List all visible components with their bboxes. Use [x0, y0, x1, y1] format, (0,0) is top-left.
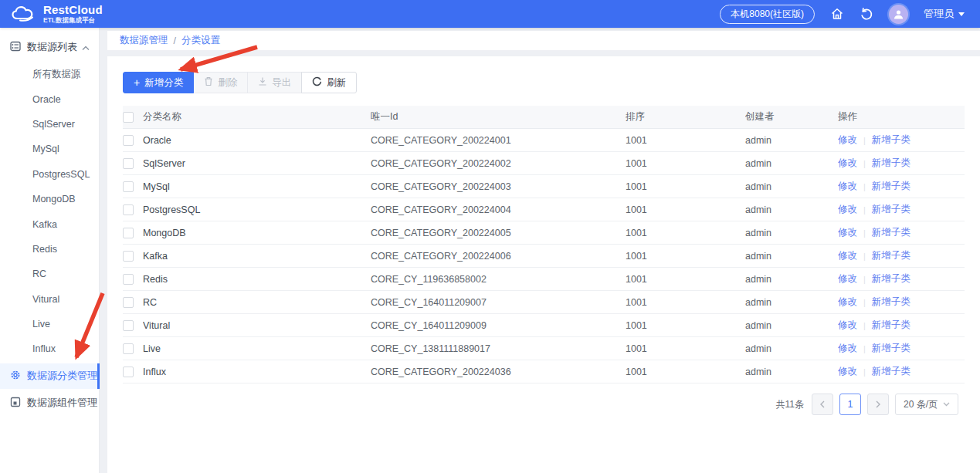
- row-checkbox[interactable]: [123, 181, 134, 192]
- cell-name: Influx: [143, 367, 371, 377]
- edit-link[interactable]: 修改: [838, 365, 857, 378]
- sidebar-item-redis[interactable]: Redis: [0, 237, 99, 262]
- add-child-link[interactable]: 新增子类: [872, 319, 910, 332]
- env-badge[interactable]: 本机8080(社区版): [720, 5, 815, 24]
- cell-creator: admin: [745, 274, 838, 285]
- cell-name: PostgresSQL: [143, 204, 371, 215]
- add-child-link[interactable]: 新增子类: [872, 342, 910, 355]
- undo-icon[interactable]: [860, 7, 873, 21]
- add-child-link[interactable]: 新增子类: [872, 365, 910, 378]
- sidebar-item-live[interactable]: Live: [0, 312, 99, 336]
- sidebar-item-label: 数据源组件管理: [27, 396, 97, 410]
- sidebar-item-rc[interactable]: RC: [0, 262, 99, 286]
- table-header-row: 分类名称 唯一Id 排序 创建者 操作: [123, 106, 965, 129]
- add-child-link[interactable]: 新增子类: [872, 157, 910, 170]
- cell-creator: admin: [745, 135, 838, 146]
- add-category-button[interactable]: + 新增分类: [123, 72, 194, 93]
- add-child-link[interactable]: 新增子类: [872, 133, 910, 147]
- edit-link[interactable]: 修改: [838, 296, 857, 309]
- breadcrumb-separator: /: [174, 35, 176, 46]
- row-checkbox[interactable]: [123, 251, 134, 262]
- sidebar-item-all-datasources[interactable]: 所有数据源: [0, 62, 99, 86]
- page-size-select[interactable]: 20 条/页: [895, 394, 958, 415]
- header-id: 唯一Id: [371, 110, 626, 123]
- cell-name: SqlServer: [143, 158, 371, 169]
- home-icon[interactable]: [830, 7, 844, 21]
- row-checkbox[interactable]: [123, 274, 134, 285]
- next-page-button[interactable]: [867, 394, 889, 415]
- pagination-total: 共11条: [776, 398, 804, 411]
- sidebar-item-vitural[interactable]: Vitural: [0, 287, 99, 312]
- sidebar-item-postgressql[interactable]: PostgresSQL: [0, 162, 99, 187]
- add-child-link[interactable]: 新增子类: [872, 180, 910, 193]
- sidebar-item-component-management[interactable]: 数据源组件管理: [0, 390, 99, 416]
- page-size-value: 20 条/页: [904, 398, 938, 411]
- row-checkbox[interactable]: [123, 204, 134, 215]
- select-all-checkbox[interactable]: [123, 112, 134, 123]
- edit-link[interactable]: 修改: [838, 157, 857, 170]
- sidebar-item-sqlserver[interactable]: SqlServer: [0, 112, 99, 137]
- sidebar-item-influx[interactable]: Influx: [0, 336, 99, 361]
- edit-link[interactable]: 修改: [838, 342, 857, 355]
- header-creator: 创建者: [745, 110, 838, 123]
- cell-order: 1001: [626, 343, 745, 354]
- edit-link[interactable]: 修改: [838, 180, 857, 193]
- action-separator: |: [863, 252, 866, 261]
- sidebar-item-oracle[interactable]: Oracle: [0, 86, 99, 111]
- edit-link[interactable]: 修改: [838, 272, 857, 285]
- sidebar-item-category-management[interactable]: 数据源分类管理: [0, 363, 99, 389]
- add-child-link[interactable]: 新增子类: [872, 296, 910, 309]
- refresh-button[interactable]: 刷新: [301, 72, 357, 93]
- action-separator: |: [863, 298, 866, 307]
- breadcrumb-current[interactable]: 分类设置: [181, 34, 220, 47]
- add-child-link[interactable]: 新增子类: [872, 203, 910, 216]
- sidebar-item-kafka[interactable]: Kafka: [0, 211, 99, 236]
- delete-button[interactable]: 删除: [193, 72, 248, 93]
- row-checkbox[interactable]: [123, 228, 134, 238]
- chevron-down-icon: [958, 12, 965, 16]
- sidebar-group-datasource-list[interactable]: 数据源列表: [0, 32, 99, 62]
- row-checkbox[interactable]: [123, 367, 134, 377]
- edit-link[interactable]: 修改: [838, 249, 857, 262]
- row-checkbox[interactable]: [123, 343, 134, 354]
- add-child-link[interactable]: 新增子类: [872, 226, 910, 239]
- action-separator: |: [863, 344, 866, 353]
- sidebar-item-mongodb[interactable]: MongoDB: [0, 187, 99, 211]
- row-checkbox[interactable]: [123, 320, 134, 331]
- gear-icon: [10, 370, 21, 383]
- page-number[interactable]: 1: [839, 394, 861, 415]
- sidebar-item-mysql[interactable]: MySql: [0, 137, 99, 161]
- cell-creator: admin: [745, 343, 838, 354]
- cell-name: Oracle: [143, 135, 371, 146]
- cell-order: 1001: [626, 251, 745, 262]
- add-child-link[interactable]: 新增子类: [872, 272, 910, 285]
- row-checkbox[interactable]: [123, 297, 134, 308]
- edit-link[interactable]: 修改: [838, 226, 857, 239]
- table-row: MongoDB CORE_CATEGORY_200224005 1001 adm…: [123, 221, 965, 245]
- cell-order: 1001: [626, 320, 745, 331]
- prev-page-button[interactable]: [812, 394, 833, 415]
- edit-link[interactable]: 修改: [838, 133, 857, 147]
- plus-icon: +: [134, 77, 140, 88]
- cell-order: 1001: [626, 135, 745, 146]
- chevron-up-icon: [82, 42, 90, 53]
- cell-id: CORE_CATEGORY_200224003: [371, 181, 626, 192]
- sidebar: 数据源列表 所有数据源 Oracle SqlServer MySql Postg…: [0, 28, 100, 473]
- add-child-link[interactable]: 新增子类: [872, 249, 910, 262]
- edit-link[interactable]: 修改: [838, 203, 857, 216]
- breadcrumb-parent[interactable]: 数据源管理: [120, 34, 168, 47]
- action-separator: |: [863, 205, 866, 215]
- row-checkbox[interactable]: [123, 135, 134, 146]
- user-avatar[interactable]: [889, 5, 908, 24]
- cell-order: 1001: [626, 158, 745, 169]
- table-row: Vitural CORE_CY_164011209009 1001 admin …: [123, 314, 965, 337]
- chevron-down-icon: [943, 402, 950, 407]
- row-checkbox[interactable]: [123, 158, 134, 169]
- edit-link[interactable]: 修改: [838, 319, 857, 332]
- cell-name: MySql: [143, 181, 371, 192]
- user-menu[interactable]: 管理员: [924, 7, 965, 21]
- export-button[interactable]: 导出: [247, 72, 302, 93]
- breadcrumb: 数据源管理 / 分类设置: [107, 31, 980, 50]
- app-logo: RestCloud ETL数据集成平台: [11, 4, 103, 24]
- cell-id: CORE_CATEGORY_200224002: [371, 158, 626, 169]
